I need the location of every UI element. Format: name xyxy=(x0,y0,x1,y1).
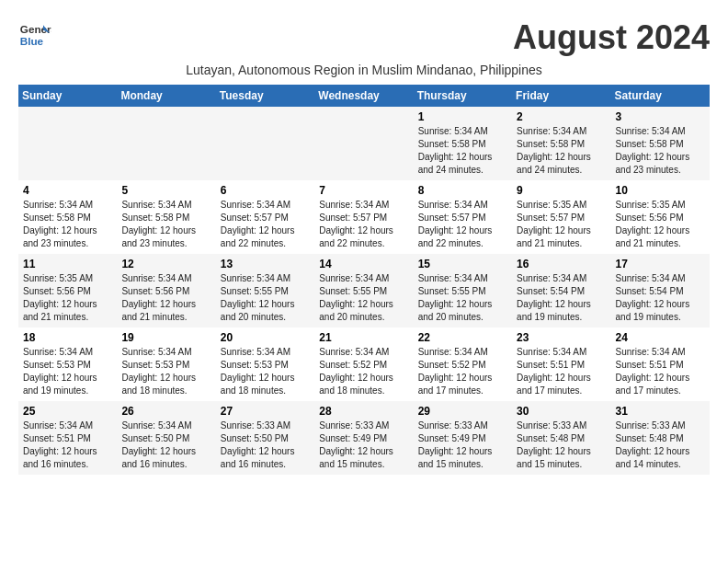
cell-info: Sunrise: 5:34 AM Sunset: 5:58 PM Dayligh… xyxy=(23,199,112,250)
calendar-week-row: 1Sunrise: 5:34 AM Sunset: 5:58 PM Daylig… xyxy=(18,107,710,180)
cell-info: Sunrise: 5:33 AM Sunset: 5:48 PM Dayligh… xyxy=(517,419,606,471)
calendar-cell: 15Sunrise: 5:34 AM Sunset: 5:55 PM Dayli… xyxy=(414,254,512,327)
cell-info: Sunrise: 5:34 AM Sunset: 5:52 PM Dayligh… xyxy=(418,346,507,397)
day-number: 19 xyxy=(121,331,210,344)
col-header-saturday: Saturday xyxy=(611,85,710,107)
cell-info: Sunrise: 5:34 AM Sunset: 5:52 PM Dayligh… xyxy=(319,346,408,397)
day-number: 13 xyxy=(221,258,310,270)
cell-info: Sunrise: 5:34 AM Sunset: 5:53 PM Dayligh… xyxy=(23,346,112,397)
cell-info: Sunrise: 5:34 AM Sunset: 5:54 PM Dayligh… xyxy=(517,272,606,324)
day-number: 11 xyxy=(23,258,112,270)
cell-info: Sunrise: 5:34 AM Sunset: 5:56 PM Dayligh… xyxy=(121,272,210,324)
day-number: 7 xyxy=(319,184,408,197)
day-number: 30 xyxy=(517,405,606,418)
calendar-cell xyxy=(117,107,215,180)
calendar-cell: 23Sunrise: 5:34 AM Sunset: 5:51 PM Dayli… xyxy=(512,327,610,401)
col-header-wednesday: Wednesday xyxy=(314,85,413,107)
day-number: 4 xyxy=(23,184,112,197)
day-number: 5 xyxy=(121,184,210,197)
calendar-cell: 22Sunrise: 5:34 AM Sunset: 5:52 PM Dayli… xyxy=(414,327,512,401)
day-number: 29 xyxy=(418,405,507,418)
calendar-cell: 2Sunrise: 5:34 AM Sunset: 5:58 PM Daylig… xyxy=(512,107,610,180)
cell-info: Sunrise: 5:34 AM Sunset: 5:58 PM Dayligh… xyxy=(418,125,507,177)
day-number: 14 xyxy=(319,258,408,270)
cell-info: Sunrise: 5:34 AM Sunset: 5:50 PM Dayligh… xyxy=(121,419,210,471)
day-number: 2 xyxy=(517,110,606,123)
logo: General Blue xyxy=(18,18,51,52)
calendar-table: SundayMondayTuesdayWednesdayThursdayFrid… xyxy=(18,85,710,475)
calendar-cell: 24Sunrise: 5:34 AM Sunset: 5:51 PM Dayli… xyxy=(611,327,710,401)
calendar-cell: 31Sunrise: 5:33 AM Sunset: 5:48 PM Dayli… xyxy=(611,401,710,475)
cell-info: Sunrise: 5:33 AM Sunset: 5:50 PM Dayligh… xyxy=(221,419,310,471)
day-number: 17 xyxy=(616,258,705,270)
col-header-monday: Monday xyxy=(117,85,215,107)
calendar-cell: 14Sunrise: 5:34 AM Sunset: 5:55 PM Dayli… xyxy=(314,254,413,327)
calendar-cell: 26Sunrise: 5:34 AM Sunset: 5:50 PM Dayli… xyxy=(117,401,215,475)
day-number: 24 xyxy=(616,331,705,344)
calendar-cell: 21Sunrise: 5:34 AM Sunset: 5:52 PM Dayli… xyxy=(314,327,413,401)
col-header-friday: Friday xyxy=(512,85,610,107)
calendar-cell xyxy=(18,107,117,180)
cell-info: Sunrise: 5:33 AM Sunset: 5:49 PM Dayligh… xyxy=(319,419,408,471)
page-subtitle: Lutayan, Autonomous Region in Muslim Min… xyxy=(18,63,710,77)
day-number: 31 xyxy=(616,405,705,418)
day-number: 10 xyxy=(616,184,705,197)
day-number: 6 xyxy=(221,184,310,197)
day-number: 16 xyxy=(517,258,606,270)
svg-text:Blue: Blue xyxy=(20,35,44,47)
cell-info: Sunrise: 5:35 AM Sunset: 5:56 PM Dayligh… xyxy=(23,272,112,324)
day-number: 1 xyxy=(418,110,507,123)
cell-info: Sunrise: 5:34 AM Sunset: 5:57 PM Dayligh… xyxy=(319,199,408,250)
calendar-cell: 20Sunrise: 5:34 AM Sunset: 5:53 PM Dayli… xyxy=(216,327,314,401)
calendar-cell xyxy=(314,107,413,180)
day-number: 26 xyxy=(121,405,210,418)
calendar-cell: 3Sunrise: 5:34 AM Sunset: 5:58 PM Daylig… xyxy=(611,107,710,180)
cell-info: Sunrise: 5:33 AM Sunset: 5:48 PM Dayligh… xyxy=(616,419,705,471)
cell-info: Sunrise: 5:34 AM Sunset: 5:51 PM Dayligh… xyxy=(517,346,606,397)
calendar-cell: 12Sunrise: 5:34 AM Sunset: 5:56 PM Dayli… xyxy=(117,254,215,327)
month-title: August 2024 xyxy=(513,18,710,57)
cell-info: Sunrise: 5:34 AM Sunset: 5:55 PM Dayligh… xyxy=(221,272,310,324)
cell-info: Sunrise: 5:35 AM Sunset: 5:56 PM Dayligh… xyxy=(616,199,705,250)
calendar-cell: 1Sunrise: 5:34 AM Sunset: 5:58 PM Daylig… xyxy=(414,107,512,180)
calendar-cell xyxy=(216,107,314,180)
day-number: 25 xyxy=(23,405,112,418)
calendar-week-row: 4Sunrise: 5:34 AM Sunset: 5:58 PM Daylig… xyxy=(18,180,710,254)
cell-info: Sunrise: 5:34 AM Sunset: 5:55 PM Dayligh… xyxy=(319,272,408,324)
cell-info: Sunrise: 5:34 AM Sunset: 5:58 PM Dayligh… xyxy=(616,125,705,177)
day-number: 18 xyxy=(23,331,112,344)
calendar-cell: 29Sunrise: 5:33 AM Sunset: 5:49 PM Dayli… xyxy=(414,401,512,475)
calendar-cell: 11Sunrise: 5:35 AM Sunset: 5:56 PM Dayli… xyxy=(18,254,117,327)
day-number: 12 xyxy=(121,258,210,270)
calendar-cell: 4Sunrise: 5:34 AM Sunset: 5:58 PM Daylig… xyxy=(18,180,117,254)
cell-info: Sunrise: 5:34 AM Sunset: 5:55 PM Dayligh… xyxy=(418,272,507,324)
calendar-cell: 9Sunrise: 5:35 AM Sunset: 5:57 PM Daylig… xyxy=(512,180,610,254)
cell-info: Sunrise: 5:34 AM Sunset: 5:53 PM Dayligh… xyxy=(121,346,210,397)
calendar-cell: 30Sunrise: 5:33 AM Sunset: 5:48 PM Dayli… xyxy=(512,401,610,475)
cell-info: Sunrise: 5:35 AM Sunset: 5:57 PM Dayligh… xyxy=(517,199,606,250)
calendar-cell: 18Sunrise: 5:34 AM Sunset: 5:53 PM Dayli… xyxy=(18,327,117,401)
day-number: 8 xyxy=(418,184,507,197)
day-number: 20 xyxy=(221,331,310,344)
calendar-week-row: 11Sunrise: 5:35 AM Sunset: 5:56 PM Dayli… xyxy=(18,254,710,327)
calendar-cell: 6Sunrise: 5:34 AM Sunset: 5:57 PM Daylig… xyxy=(216,180,314,254)
cell-info: Sunrise: 5:34 AM Sunset: 5:58 PM Dayligh… xyxy=(121,199,210,250)
cell-info: Sunrise: 5:34 AM Sunset: 5:54 PM Dayligh… xyxy=(616,272,705,324)
calendar-cell: 5Sunrise: 5:34 AM Sunset: 5:58 PM Daylig… xyxy=(117,180,215,254)
cell-info: Sunrise: 5:34 AM Sunset: 5:51 PM Dayligh… xyxy=(616,346,705,397)
svg-text:General: General xyxy=(20,23,51,35)
logo-icon: General Blue xyxy=(18,18,51,52)
calendar-cell: 16Sunrise: 5:34 AM Sunset: 5:54 PM Dayli… xyxy=(512,254,610,327)
day-number: 3 xyxy=(616,110,705,123)
day-number: 15 xyxy=(418,258,507,270)
day-number: 21 xyxy=(319,331,408,344)
cell-info: Sunrise: 5:34 AM Sunset: 5:53 PM Dayligh… xyxy=(221,346,310,397)
calendar-cell: 28Sunrise: 5:33 AM Sunset: 5:49 PM Dayli… xyxy=(314,401,413,475)
col-header-thursday: Thursday xyxy=(414,85,512,107)
cell-info: Sunrise: 5:34 AM Sunset: 5:57 PM Dayligh… xyxy=(221,199,310,250)
cell-info: Sunrise: 5:34 AM Sunset: 5:58 PM Dayligh… xyxy=(517,125,606,177)
calendar-cell: 25Sunrise: 5:34 AM Sunset: 5:51 PM Dayli… xyxy=(18,401,117,475)
cell-info: Sunrise: 5:33 AM Sunset: 5:49 PM Dayligh… xyxy=(418,419,507,471)
calendar-header: SundayMondayTuesdayWednesdayThursdayFrid… xyxy=(18,85,710,107)
calendar-cell: 17Sunrise: 5:34 AM Sunset: 5:54 PM Dayli… xyxy=(611,254,710,327)
